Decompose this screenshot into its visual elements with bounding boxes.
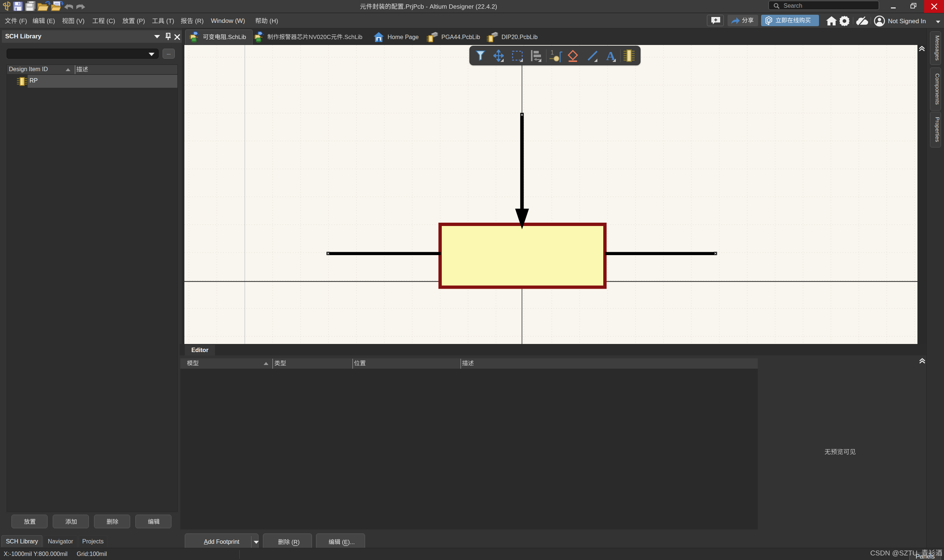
svg-text:1: 1: [551, 49, 554, 56]
